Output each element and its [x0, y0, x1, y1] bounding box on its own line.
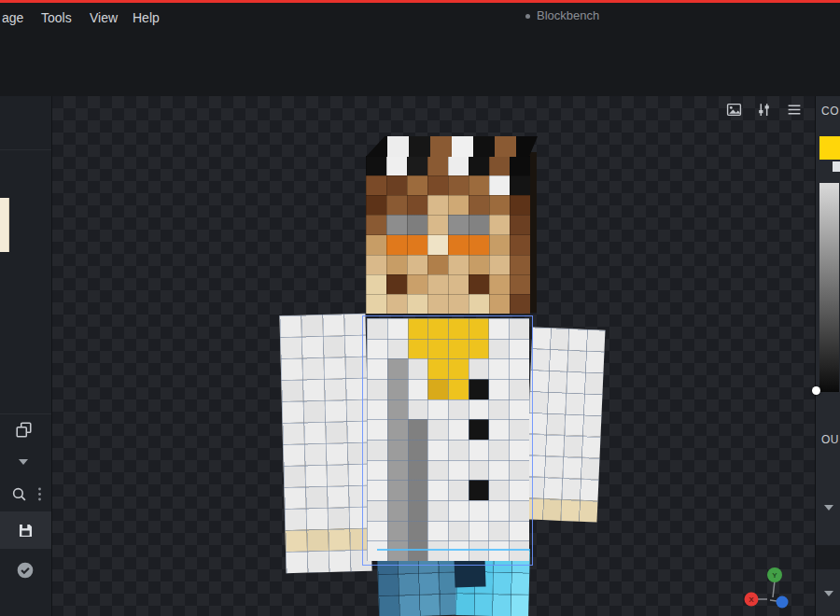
- value-gradient-slider[interactable]: [819, 183, 839, 392]
- menu-item-view[interactable]: View: [90, 10, 118, 25]
- sidebar-collapse-chevron-icon[interactable]: [19, 459, 28, 465]
- save-button[interactable]: [0, 511, 51, 549]
- floppy-icon: [17, 522, 35, 539]
- window-title-dot: [525, 14, 530, 19]
- confirm-check-icon[interactable]: [16, 561, 35, 580]
- window-title: Blockbench: [537, 8, 599, 22]
- gizmo-x-label: X: [749, 595, 754, 604]
- model-head-front[interactable]: [366, 156, 530, 314]
- selection-outline: [362, 315, 533, 566]
- gizmo-z-axis: [777, 596, 789, 609]
- layers-icon[interactable]: [15, 421, 33, 439]
- sidebar-divider: [0, 413, 51, 414]
- leg-selection-line: [377, 549, 530, 551]
- viewport-background-icon[interactable]: [726, 102, 742, 118]
- color-mini-button[interactable]: [833, 161, 840, 172]
- viewport-sliders-icon[interactable]: [756, 102, 772, 118]
- gizmo-y-label: Y: [772, 571, 777, 580]
- menu-item-tools[interactable]: Tools: [41, 10, 72, 25]
- panel-chevron-icon[interactable]: [824, 591, 833, 596]
- axis-gizmo[interactable]: Y X: [739, 562, 799, 614]
- sidebar-divider: [0, 149, 51, 150]
- paint-toolbar: 1 255 0 Default: [0, 58, 840, 96]
- left-sidebar: [0, 96, 52, 616]
- model-right-arm[interactable]: [525, 327, 606, 522]
- menu-item-image[interactable]: age: [2, 10, 23, 25]
- outliner-panel-title[interactable]: OU: [821, 433, 839, 446]
- menubar: age Tools View Help Blockbench: [0, 3, 840, 31]
- model-head-top[interactable]: [366, 136, 538, 157]
- gradient-slider-knob[interactable]: [812, 386, 820, 395]
- right-panel: CO OU: [815, 96, 840, 616]
- viewport-menu-icon[interactable]: [786, 102, 803, 118]
- sidebar-kebab-icon[interactable]: [37, 487, 42, 501]
- search-icon[interactable]: [11, 486, 27, 502]
- panel-chevron-icon[interactable]: [824, 505, 833, 511]
- model-left-arm[interactable]: [279, 314, 371, 573]
- color-swatch[interactable]: [819, 136, 840, 160]
- menu-item-help[interactable]: Help: [133, 10, 160, 25]
- texture-thumbnail[interactable]: [0, 198, 9, 252]
- color-panel-title[interactable]: CO: [821, 105, 839, 118]
- outliner-row[interactable]: [816, 545, 840, 569]
